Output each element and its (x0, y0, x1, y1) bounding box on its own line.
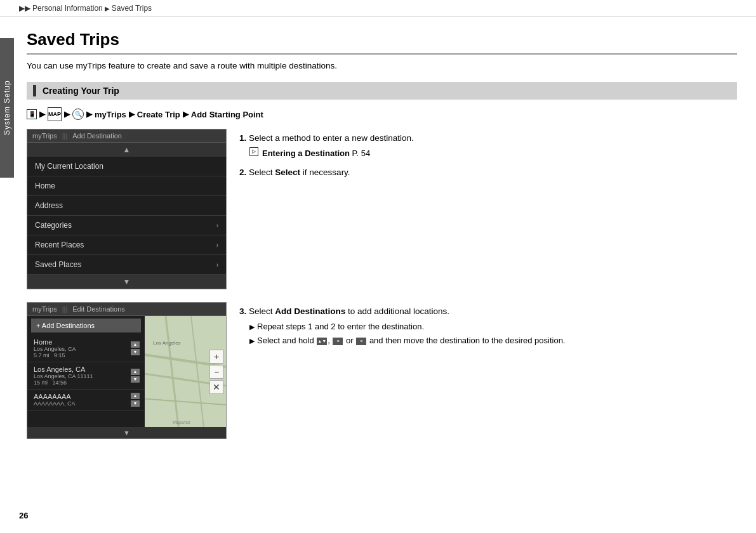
section-heading-bar (33, 85, 36, 96)
sidebar-tab: System Setup (0, 38, 14, 178)
ref-link[interactable]: Entering a Destination (262, 148, 350, 158)
reorder-icon-up: ▲ (131, 393, 140, 399)
step-1-num: 1. (239, 133, 246, 143)
add-dest-label: + Add Destinations (36, 322, 95, 329)
step-group-2: myTrips ||| Edit Destinations + Add Dest… (27, 302, 737, 439)
map-view: Los Angeles Mapwise + − ✕ (140, 316, 226, 427)
map-close-btn[interactable]: ✕ (209, 380, 223, 394)
search-icon: 🔍 (72, 109, 84, 120)
phone-icon: 📱 (27, 109, 37, 119)
breadcrumb-item-1: Personal Information (32, 4, 103, 13)
step-3: 3. Select Add Destinations to add additi… (239, 305, 737, 347)
step-1-text: Select a method to enter a new destinati… (249, 133, 414, 143)
step-1: 1. Select a method to enter a new destin… (239, 131, 737, 159)
menu-item-saved-places[interactable]: Saved Places › (27, 255, 226, 275)
screen2-header-sep: ||| (62, 305, 68, 313)
sub-arrow-2: ▶ (249, 336, 255, 346)
menu-item-address[interactable]: Address (27, 196, 226, 216)
breadcrumb-item-2: Saved Trips (112, 4, 152, 13)
reorder-icon-up: ▲ (131, 341, 140, 348)
screen-header-1: myTrips ||| Add Destination (27, 129, 226, 143)
breadcrumb-arrow2: ▶ (105, 5, 110, 12)
dest-item-aaa[interactable]: AAAAAAAA AAAAAAAA, CA ▲ ▼ (27, 390, 145, 411)
step-1-ref: ▷ Entering a Destination P. 54 (249, 147, 737, 160)
nav-mytrips: myTrips (95, 110, 126, 119)
icon-reorder-1: ▲▼ (317, 338, 327, 345)
reorder-icon-down: ▼ (131, 349, 140, 355)
arrow-right-icon: › (216, 261, 218, 268)
screen2-header-mytrips: myTrips (32, 305, 57, 313)
dest-list-panel: + Add Destinations Home Los Angeles, CA … (27, 316, 145, 427)
arrow-right-icon: › (216, 242, 218, 249)
menu-item-recent-places[interactable]: Recent Places › (27, 235, 226, 255)
menu-list: My Current Location Home Address Categor… (27, 157, 226, 275)
nav-path: 📱 ▶ MAP ▶ 🔍 ▶ myTrips ▶ Create Trip ▶ Ad… (27, 107, 737, 121)
dest-item-la[interactable]: Los Angeles, CA Los Angeles, CA 11111 15… (27, 362, 145, 390)
section-heading-label: Creating Your Trip (43, 86, 119, 96)
step-2-text-before: Select (249, 168, 275, 177)
icon-reorder-2: ≡ (333, 338, 343, 345)
step-2-num: 2. (239, 168, 246, 177)
arrow-right-icon: › (216, 222, 218, 229)
zoom-out-btn[interactable]: − (209, 365, 223, 379)
step-3-sub-1: ▶ Repeat steps 1 and 2 to enter the dest… (249, 320, 737, 333)
zoom-in-btn[interactable]: + (209, 350, 223, 364)
menu-item-categories[interactable]: Categories › (27, 216, 226, 235)
ref-icon: ▷ (249, 147, 258, 156)
menu-item-home[interactable]: Home (27, 176, 226, 196)
step-2-text-after: if necessary. (300, 168, 350, 177)
screen-header-sep: ||| (62, 132, 68, 140)
dest-item-home[interactable]: Home Los Angeles, CA 5.7 mi 9:15 ▲ ▼ (27, 335, 145, 362)
screen-mockup-1: myTrips ||| Add Destination ▲ My Current… (27, 129, 227, 289)
screen-header-mytrips: myTrips (32, 132, 57, 140)
add-destinations-btn[interactable]: + Add Destinations (31, 319, 141, 332)
menu-item-current-location[interactable]: My Current Location (27, 157, 226, 176)
main-content: Saved Trips You can use myTrips feature … (0, 17, 756, 464)
step-2: 2. Select Select if necessary. (239, 166, 737, 180)
nav-add-starting-point: Add Starting Point (191, 110, 263, 119)
step-group-1: myTrips ||| Add Destination ▲ My Current… (27, 129, 737, 289)
map-icon: MAP (48, 107, 62, 121)
steps-text-1: 1. Select a method to enter a new destin… (239, 129, 737, 186)
screen-header-2: myTrips ||| Edit Destinations (27, 303, 226, 316)
section-heading: Creating Your Trip (27, 82, 737, 100)
screen-header-add-dest: Add Destination (72, 132, 122, 140)
page-number: 26 (19, 511, 28, 520)
scroll-bottom: ▼ (27, 427, 226, 438)
step-3-sub-2: ▶ Select and hold ▲▼, ≡ or ≡ and then mo… (249, 334, 737, 347)
breadcrumb: ▶▶ Personal Information ▶ Saved Trips (0, 0, 756, 17)
step-3-num: 3. (239, 306, 246, 316)
scroll-arrow-top: ▲ (27, 143, 226, 157)
svg-text:Los Angeles: Los Angeles (153, 340, 181, 346)
screen-mockup-2: myTrips ||| Edit Destinations + Add Dest… (27, 302, 227, 439)
screen2-header-edit: Edit Destinations (72, 305, 125, 313)
reorder-icon-down: ▼ (131, 400, 140, 407)
svg-text:Mapwise: Mapwise (173, 420, 190, 425)
breadcrumb-arrow1: ▶▶ (19, 4, 30, 13)
nav-create-trip: Create Trip (137, 110, 180, 119)
reorder-icon-up: ▲ (131, 369, 140, 375)
step-2-bold: Select (275, 168, 300, 177)
steps-text-2: 3. Select Add Destinations to add additi… (239, 302, 737, 353)
screen-map-area: + Add Destinations Home Los Angeles, CA … (27, 316, 226, 427)
ref-page: P. 54 (352, 148, 371, 158)
page-title: Saved Trips (27, 30, 737, 55)
scroll-arrow-bottom: ▼ (27, 275, 226, 289)
zoom-controls: + − ✕ (209, 350, 223, 394)
intro-text: You can use myTrips feature to create an… (27, 61, 737, 70)
step-3-bold: Add Destinations (275, 306, 345, 316)
reorder-icon-down: ▼ (131, 376, 140, 383)
icon-reorder-3: ≡ (356, 338, 366, 345)
sub-arrow-1: ▶ (249, 322, 255, 332)
